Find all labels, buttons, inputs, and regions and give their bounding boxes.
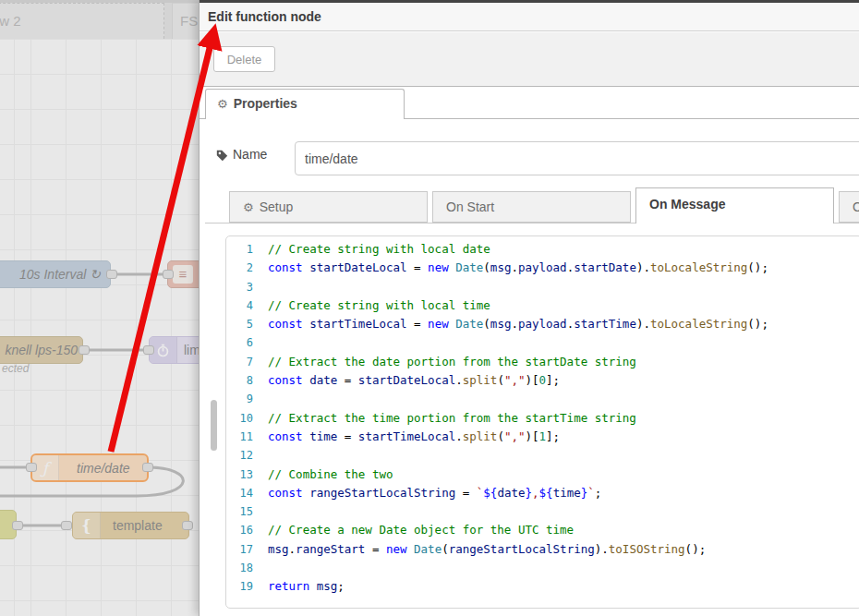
edit-function-node-dialog: Edit function node Delete ⚙Properties Na… (199, 0, 859, 616)
code-line[interactable]: 7// Extract the date portion from the st… (226, 353, 859, 371)
code-line[interactable]: 2const startDateLocal = new Date(msg.pay… (226, 259, 859, 277)
line-number: 1 (226, 240, 263, 259)
name-field-label: Name (233, 147, 267, 162)
line-number: 2 (226, 259, 263, 277)
code-text: // Combine the two (268, 465, 393, 484)
code-line[interactable]: 12 (226, 446, 859, 465)
code-line[interactable]: 13// Combine the two (226, 465, 859, 484)
code-line[interactable]: 17msg.rangeStart = new Date(rangeStartLo… (226, 540, 859, 559)
code-text: const rangeStartLocalString = `${date},$… (268, 484, 601, 502)
line-number: 15 (226, 502, 263, 521)
gear-icon: ⚙ (217, 97, 228, 111)
line-number: 18 (226, 559, 263, 577)
code-text: // Create a new Date object for the UTC … (268, 521, 574, 539)
tab-on-message[interactable]: On Message (635, 187, 834, 223)
code-line[interactable]: 5const startTimeLocal = new Date(msg.pay… (226, 315, 859, 333)
code-editor[interactable]: 1// Create string with local date2const … (225, 236, 859, 609)
gear-icon: ⚙ (243, 200, 254, 214)
line-number: 3 (226, 278, 263, 296)
tab-setup[interactable]: ⚙Setup (229, 191, 428, 223)
code-line[interactable]: 18 (226, 559, 859, 577)
line-number: 7 (226, 353, 263, 371)
code-text: return msg; (268, 577, 345, 596)
code-line[interactable]: 9 (226, 390, 859, 408)
tab-setup-label: Setup (260, 199, 294, 214)
code-text: const startTimeLocal = new Date(msg.payl… (268, 315, 768, 333)
line-number: 9 (226, 390, 263, 408)
code-line[interactable]: 11const time = startTimeLocal.split(",")… (226, 428, 859, 446)
line-number: 5 (226, 315, 263, 333)
code-line[interactable]: 1// Create string with local date (226, 240, 859, 259)
code-text: // Extract the date portion from the sta… (268, 353, 636, 371)
code-text: msg.rangeStart = new Date(rangeStartLoca… (268, 540, 706, 559)
line-number: 6 (226, 333, 263, 352)
code-line[interactable]: 4// Create string with local time (226, 296, 859, 315)
tab-on-start[interactable]: On Start (432, 191, 631, 223)
line-number: 8 (226, 371, 263, 390)
code-line[interactable]: 10// Extract the time portion from the s… (226, 409, 859, 428)
line-number: 11 (226, 428, 263, 446)
name-input[interactable] (295, 141, 859, 175)
line-number: 13 (226, 465, 263, 484)
code-line[interactable]: 16// Create a new Date object for the UT… (226, 521, 859, 539)
dialog-toolbar: Delete (200, 32, 859, 87)
line-number: 17 (226, 540, 263, 559)
line-number: 10 (226, 409, 263, 428)
line-number: 4 (226, 296, 263, 315)
screen: ow 2 FS 10s Interval ↻ ≡ knell lps-150 e… (0, 0, 859, 616)
tab-properties[interactable]: ⚙Properties (205, 89, 405, 119)
dialog-title: Edit function node (200, 3, 859, 31)
code-text: const time = startTimeLocal.split(",")[1… (268, 428, 560, 446)
code-text: const startDateLocal = new Date(msg.payl… (268, 259, 768, 277)
code-text: // Extract the time portion from the sta… (268, 409, 636, 428)
tab-on-stop[interactable]: On Stop (839, 191, 859, 223)
dialog-scrollbar-thumb[interactable] (211, 400, 217, 451)
code-text: // Create string with local time (268, 296, 490, 315)
tag-icon (216, 149, 228, 165)
line-number: 16 (226, 521, 263, 539)
code-line[interactable]: 19return msg; (226, 577, 859, 596)
code-line[interactable]: 14const rangeStartLocalString = `${date}… (226, 484, 859, 502)
code-text: // Create string with local date (268, 240, 490, 259)
code-line[interactable]: 3 (226, 278, 859, 296)
delete-button[interactable]: Delete (213, 46, 275, 72)
line-number: 19 (226, 577, 263, 596)
code-line[interactable]: 8const date = startDateLocal.split(",")[… (226, 371, 859, 390)
line-number: 12 (226, 446, 263, 465)
code-lines: 1// Create string with local date2const … (226, 240, 859, 597)
code-text: const date = startDateLocal.split(",")[0… (268, 371, 560, 390)
line-number: 14 (226, 484, 263, 502)
properties-tab-label: Properties (234, 96, 297, 111)
code-line[interactable]: 6 (226, 333, 859, 352)
code-line[interactable]: 15 (226, 502, 859, 521)
